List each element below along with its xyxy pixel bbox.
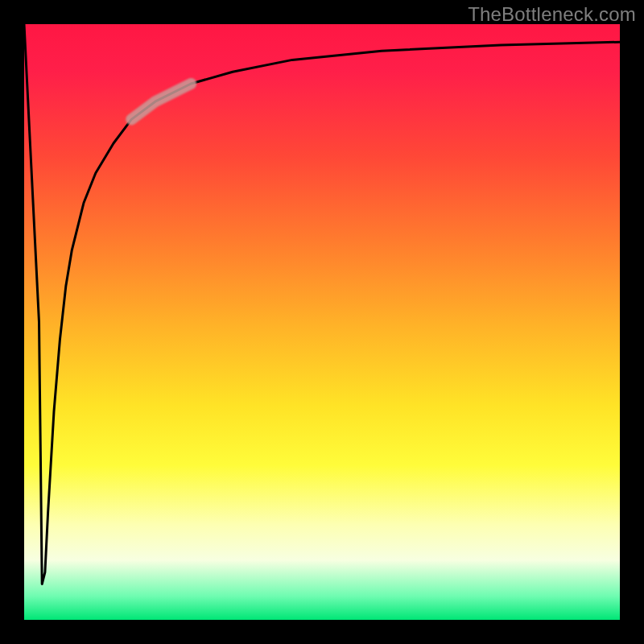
curve-highlight-segment [131, 84, 191, 119]
bottleneck-curve [24, 24, 620, 584]
chart-frame: TheBottleneck.com [0, 0, 644, 644]
attribution-watermark: TheBottleneck.com [468, 3, 636, 26]
curve-svg [24, 24, 620, 620]
plot-area [24, 24, 620, 620]
